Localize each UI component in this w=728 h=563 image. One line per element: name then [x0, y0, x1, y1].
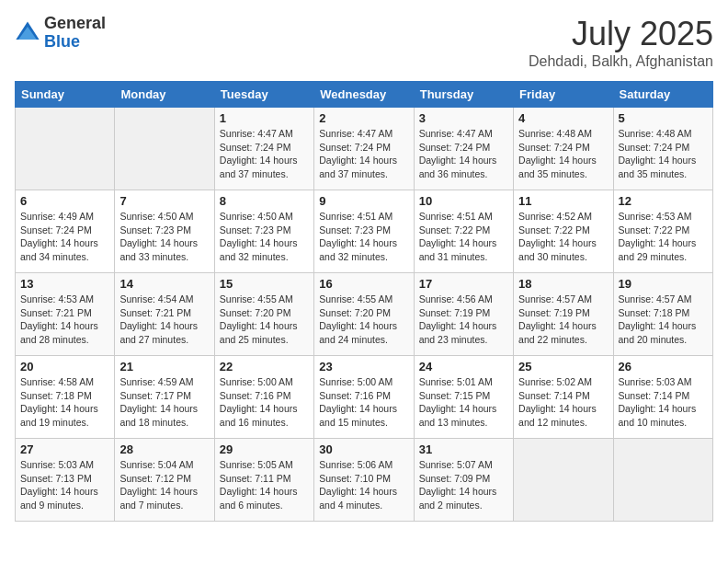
calendar-cell [16, 108, 115, 190]
day-info: Sunrise: 4:50 AM Sunset: 7:23 PM Dayligh… [220, 210, 309, 264]
calendar-cell: 29Sunrise: 5:05 AM Sunset: 7:11 PM Dayli… [214, 439, 313, 522]
calendar-cell [115, 108, 214, 190]
calendar-cell: 10Sunrise: 4:51 AM Sunset: 7:22 PM Dayli… [414, 190, 513, 273]
calendar-week-row: 13Sunrise: 4:53 AM Sunset: 7:21 PM Dayli… [16, 273, 713, 356]
day-number: 7 [119, 194, 209, 208]
day-number: 1 [220, 111, 309, 125]
calendar-cell: 26Sunrise: 5:03 AM Sunset: 7:14 PM Dayli… [613, 356, 712, 439]
calendar-cell [514, 439, 613, 522]
weekday-header: Sunday [16, 82, 115, 108]
calendar-cell: 25Sunrise: 5:02 AM Sunset: 7:14 PM Dayli… [514, 356, 613, 439]
calendar-cell: 11Sunrise: 4:52 AM Sunset: 7:22 PM Dayli… [514, 190, 613, 273]
header-row: SundayMondayTuesdayWednesdayThursdayFrid… [16, 82, 713, 108]
calendar-cell: 31Sunrise: 5:07 AM Sunset: 7:09 PM Dayli… [414, 439, 513, 522]
title-block: July 2025 Dehdadi, Balkh, Afghanistan [529, 15, 713, 70]
day-info: Sunrise: 4:53 AM Sunset: 7:21 PM Dayligh… [20, 293, 109, 347]
day-number: 10 [419, 194, 508, 208]
day-info: Sunrise: 4:56 AM Sunset: 7:19 PM Dayligh… [419, 293, 508, 347]
day-number: 12 [619, 194, 708, 208]
day-info: Sunrise: 4:59 AM Sunset: 7:17 PM Dayligh… [119, 375, 209, 430]
calendar-cell: 22Sunrise: 5:00 AM Sunset: 7:16 PM Dayli… [214, 356, 313, 439]
day-number: 27 [20, 442, 109, 456]
day-info: Sunrise: 4:54 AM Sunset: 7:21 PM Dayligh… [119, 293, 209, 347]
calendar-cell: 16Sunrise: 4:55 AM Sunset: 7:20 PM Dayli… [314, 273, 414, 356]
day-info: Sunrise: 5:01 AM Sunset: 7:15 PM Dayligh… [419, 375, 508, 430]
calendar-cell: 20Sunrise: 4:58 AM Sunset: 7:18 PM Dayli… [16, 356, 115, 439]
calendar-cell: 17Sunrise: 4:56 AM Sunset: 7:19 PM Dayli… [414, 273, 513, 356]
day-number: 30 [319, 442, 408, 456]
calendar-subtitle: Dehdadi, Balkh, Afghanistan [529, 53, 713, 70]
day-number: 24 [419, 360, 508, 373]
day-number: 11 [518, 194, 608, 208]
day-info: Sunrise: 4:58 AM Sunset: 7:18 PM Dayligh… [20, 375, 109, 430]
day-number: 21 [119, 360, 209, 373]
calendar-cell: 4Sunrise: 4:48 AM Sunset: 7:24 PM Daylig… [514, 108, 613, 190]
day-number: 15 [220, 277, 309, 291]
logo-blue: Blue [44, 32, 80, 51]
calendar-cell: 27Sunrise: 5:03 AM Sunset: 7:13 PM Dayli… [16, 439, 115, 522]
day-number: 22 [220, 360, 309, 373]
day-number: 31 [419, 442, 508, 456]
day-info: Sunrise: 4:57 AM Sunset: 7:18 PM Dayligh… [619, 293, 708, 347]
day-number: 9 [319, 194, 408, 208]
calendar-cell: 13Sunrise: 4:53 AM Sunset: 7:21 PM Dayli… [16, 273, 115, 356]
logo-icon [15, 20, 40, 46]
day-info: Sunrise: 5:04 AM Sunset: 7:12 PM Dayligh… [119, 458, 209, 512]
calendar-cell: 23Sunrise: 5:00 AM Sunset: 7:16 PM Dayli… [314, 356, 414, 439]
calendar-cell: 14Sunrise: 4:54 AM Sunset: 7:21 PM Dayli… [115, 273, 214, 356]
calendar-cell: 24Sunrise: 5:01 AM Sunset: 7:15 PM Dayli… [414, 356, 513, 439]
day-number: 18 [518, 277, 608, 291]
calendar-header: SundayMondayTuesdayWednesdayThursdayFrid… [16, 82, 713, 108]
page-header: General Blue July 2025 Dehdadi, Balkh, A… [15, 15, 713, 70]
day-info: Sunrise: 5:03 AM Sunset: 7:14 PM Dayligh… [619, 375, 708, 430]
day-info: Sunrise: 4:50 AM Sunset: 7:23 PM Dayligh… [119, 210, 209, 264]
logo: General Blue [15, 15, 106, 52]
day-info: Sunrise: 5:00 AM Sunset: 7:16 PM Dayligh… [220, 375, 309, 430]
calendar-cell: 9Sunrise: 4:51 AM Sunset: 7:23 PM Daylig… [314, 190, 414, 273]
weekday-header: Tuesday [214, 82, 313, 108]
weekday-header: Saturday [613, 82, 712, 108]
day-number: 16 [319, 277, 408, 291]
day-info: Sunrise: 4:57 AM Sunset: 7:19 PM Dayligh… [518, 293, 608, 347]
day-info: Sunrise: 4:47 AM Sunset: 7:24 PM Dayligh… [419, 127, 508, 181]
calendar-week-row: 1Sunrise: 4:47 AM Sunset: 7:24 PM Daylig… [16, 108, 713, 190]
day-info: Sunrise: 4:55 AM Sunset: 7:20 PM Dayligh… [220, 293, 309, 347]
calendar-cell: 2Sunrise: 4:47 AM Sunset: 7:24 PM Daylig… [314, 108, 414, 190]
weekday-header: Wednesday [314, 82, 414, 108]
day-number: 8 [220, 194, 309, 208]
calendar-table: SundayMondayTuesdayWednesdayThursdayFrid… [15, 81, 713, 522]
day-info: Sunrise: 4:47 AM Sunset: 7:24 PM Dayligh… [220, 127, 309, 181]
calendar-cell: 6Sunrise: 4:49 AM Sunset: 7:24 PM Daylig… [16, 190, 115, 273]
weekday-header: Friday [514, 82, 613, 108]
day-number: 14 [119, 277, 209, 291]
calendar-week-row: 20Sunrise: 4:58 AM Sunset: 7:18 PM Dayli… [16, 356, 713, 439]
calendar-cell: 3Sunrise: 4:47 AM Sunset: 7:24 PM Daylig… [414, 108, 513, 190]
day-number: 4 [518, 111, 608, 125]
day-number: 17 [419, 277, 508, 291]
day-info: Sunrise: 4:48 AM Sunset: 7:24 PM Dayligh… [619, 127, 708, 181]
day-info: Sunrise: 5:02 AM Sunset: 7:14 PM Dayligh… [518, 375, 608, 430]
calendar-body: 1Sunrise: 4:47 AM Sunset: 7:24 PM Daylig… [16, 108, 713, 522]
calendar-cell: 7Sunrise: 4:50 AM Sunset: 7:23 PM Daylig… [115, 190, 214, 273]
day-info: Sunrise: 5:00 AM Sunset: 7:16 PM Dayligh… [319, 375, 408, 430]
day-number: 5 [619, 111, 708, 125]
calendar-week-row: 27Sunrise: 5:03 AM Sunset: 7:13 PM Dayli… [16, 439, 713, 522]
day-number: 29 [220, 442, 309, 456]
calendar-cell: 12Sunrise: 4:53 AM Sunset: 7:22 PM Dayli… [613, 190, 712, 273]
logo-text: General Blue [44, 15, 106, 52]
calendar-cell: 28Sunrise: 5:04 AM Sunset: 7:12 PM Dayli… [115, 439, 214, 522]
day-number: 28 [119, 442, 209, 456]
day-number: 20 [20, 360, 109, 373]
day-number: 13 [20, 277, 109, 291]
day-info: Sunrise: 5:06 AM Sunset: 7:10 PM Dayligh… [319, 458, 408, 512]
calendar-cell [613, 439, 712, 522]
day-info: Sunrise: 5:03 AM Sunset: 7:13 PM Dayligh… [20, 458, 109, 512]
day-info: Sunrise: 5:07 AM Sunset: 7:09 PM Dayligh… [419, 458, 508, 512]
day-info: Sunrise: 4:49 AM Sunset: 7:24 PM Dayligh… [20, 210, 109, 264]
calendar-week-row: 6Sunrise: 4:49 AM Sunset: 7:24 PM Daylig… [16, 190, 713, 273]
calendar-cell: 8Sunrise: 4:50 AM Sunset: 7:23 PM Daylig… [214, 190, 313, 273]
day-info: Sunrise: 4:51 AM Sunset: 7:23 PM Dayligh… [319, 210, 408, 264]
calendar-cell: 19Sunrise: 4:57 AM Sunset: 7:18 PM Dayli… [613, 273, 712, 356]
day-info: Sunrise: 4:53 AM Sunset: 7:22 PM Dayligh… [619, 210, 708, 264]
day-number: 19 [619, 277, 708, 291]
